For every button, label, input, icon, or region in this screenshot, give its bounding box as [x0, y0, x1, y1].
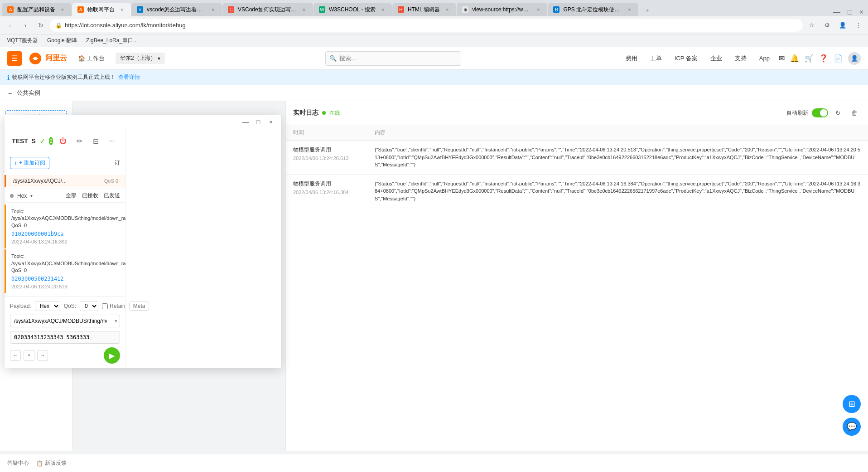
extensions-button[interactable]: ⚙ [821, 19, 834, 32]
payload-label: Payload: [10, 303, 31, 309]
modal-minimize-button[interactable]: — [241, 117, 250, 127]
hamburger-menu-button[interactable]: ☰ [7, 51, 22, 66]
qos-select[interactable]: 0 [80, 301, 98, 311]
profile-button[interactable]: 👤 [836, 19, 849, 32]
tab-favicon-4: C [228, 6, 234, 13]
payload-format-select[interactable]: Hex [35, 301, 60, 311]
device-list-item[interactable]: /sys/a1XxwyxAQCJ/... QoS 0 [5, 175, 125, 187]
edit-button[interactable]: ✏ [73, 135, 86, 147]
tab-7[interactable]: ⊕ view-source:https://www... × [457, 3, 547, 16]
tab-4[interactable]: C VSCode如何实现边写边... × [222, 3, 313, 16]
nav-fee[interactable]: 费用 [622, 53, 641, 64]
tab-5[interactable]: W W3SCHOOL - 搜索 × [313, 3, 392, 16]
region-selector[interactable]: 华东2（上海） ▾ [116, 53, 165, 64]
topic-chevron-icon[interactable]: ▾ [115, 318, 117, 324]
nav-current-button[interactable]: • [24, 350, 34, 361]
power-button[interactable]: ⏻ [57, 135, 69, 147]
ssl-icon: 🔒 [55, 22, 62, 29]
nav-next-button[interactable]: → [37, 350, 48, 361]
more-options-button[interactable]: ··· [106, 135, 118, 147]
device-header: TEST_S ✓ 2 ⏻ ✏ ⊟ ··· [5, 129, 125, 153]
nav-prev-button[interactable]: ← [10, 350, 21, 361]
settings-button[interactable]: ⊟ [89, 135, 102, 147]
filter-all[interactable]: 全部 [66, 192, 77, 200]
breadcrumb-bar: ← 公共实例 [0, 85, 868, 101]
tab-close-8[interactable]: × [626, 6, 633, 13]
main-area: 新建分组 V01... AQ... — □ × [0, 101, 868, 451]
publish-topic-row: ▾ [10, 315, 120, 327]
tab-close-6[interactable]: × [444, 6, 451, 13]
tab-close-4[interactable]: × [300, 6, 308, 13]
tab-6[interactable]: H HTML 编辑器 × [392, 3, 457, 16]
announcement-link[interactable]: 查看详情 [118, 73, 140, 81]
search-input[interactable] [339, 55, 457, 62]
modal-body: TEST_S ✓ 2 ⏻ ✏ ⊟ ··· [5, 129, 281, 368]
forward-button[interactable]: › [19, 19, 32, 32]
tab-title-2: 物联网平台 [87, 6, 115, 14]
help-icon[interactable]: ❓ [819, 54, 828, 63]
tab-close-7[interactable]: × [535, 6, 542, 13]
breadcrumb-text: 公共实例 [17, 89, 40, 97]
add-subscription-button[interactable]: + + 添加订阅 [10, 157, 49, 169]
status-dot [10, 194, 14, 198]
header-search[interactable]: 🔍 [325, 51, 461, 66]
hex-label: Hex [17, 193, 27, 199]
minimize-browser-btn[interactable]: — [830, 8, 843, 16]
modal-close-button[interactable]: × [266, 117, 275, 127]
message-payload-2: 0203000500231412 [11, 276, 120, 282]
filter-tabs: 全部 已接收 已发送 [66, 192, 120, 200]
send-button[interactable]: ▶ [104, 347, 120, 364]
bookmark-star-button[interactable]: ☆ [805, 19, 818, 32]
close-browser-btn[interactable]: × [857, 8, 866, 16]
tab-2[interactable]: A 物联网平台 × [72, 3, 131, 16]
bottom-qa-center[interactable]: 答疑中心 [7, 459, 29, 467]
address-bar[interactable]: 🔒 https://iot.console.aliyun.com/lk/moni… [50, 19, 803, 32]
message-item-1[interactable]: Topic: /sys/a1XxwyxAQCJ/MODBUS/thing/mod… [5, 204, 125, 248]
bell-icon[interactable]: 🔔 [790, 54, 799, 63]
bookmark-mqtt[interactable]: MQTT服务器 [4, 36, 41, 45]
docs-icon[interactable]: 📄 [834, 54, 843, 63]
new-tab-button[interactable]: + [641, 4, 653, 16]
message-topic-1: Topic: /sys/a1XxwyxAQCJ/MODBUS/thing/mod… [11, 208, 120, 229]
tab-close-5[interactable]: × [379, 6, 386, 13]
aliyun-logo-icon [29, 52, 42, 65]
aliyun-logo: 阿里云 [29, 52, 67, 65]
nav-enterprise[interactable]: 企业 [707, 53, 726, 64]
nav-app[interactable]: App [756, 53, 773, 63]
nav-workbench[interactable]: 🏠 工作台 [74, 53, 108, 64]
bookmark-translate-label: Google 翻译 [47, 37, 77, 44]
modal-right-panel [126, 129, 281, 368]
modal-maximize-button[interactable]: □ [254, 117, 263, 127]
user-avatar[interactable]: 👤 [848, 52, 861, 65]
filter-received[interactable]: 已接收 [82, 192, 98, 200]
filter-sent[interactable]: 已发送 [104, 192, 120, 200]
retain-checkbox[interactable]: Retain [102, 303, 125, 309]
nav-ticket[interactable]: 工单 [646, 53, 665, 64]
bookmark-translate[interactable]: Google 翻译 [44, 36, 80, 45]
hex-chevron-icon[interactable]: ▾ [30, 193, 33, 198]
tab-1[interactable]: A 配置产品和设备 × [2, 3, 72, 16]
message-item-2[interactable]: Topic: /sys/a1XxwyxAQCJ/MODBUS/thing/mod… [5, 249, 125, 293]
modal-overlay: — □ × TEST_S ✓ 2 ⏻ ✏ [0, 101, 868, 451]
tab-8[interactable]: B GPS 北斗定位模块使用说... × [548, 3, 638, 16]
tab-close-3[interactable]: × [209, 6, 217, 13]
maximize-browser-btn[interactable]: □ [845, 8, 855, 16]
publish-topic-input[interactable] [10, 315, 120, 327]
bottom-new-feedback[interactable]: 📋 新版反馈 [36, 459, 67, 467]
reload-button[interactable]: ↻ [34, 19, 47, 32]
tab-close-1[interactable]: × [59, 6, 66, 13]
retain-input[interactable] [102, 303, 108, 309]
info-icon: ℹ [7, 74, 10, 81]
bookmark-zigbee[interactable]: ZigBee_LoRa_串口... [83, 36, 140, 45]
modal-titlebar: — □ × [5, 115, 281, 129]
cart-icon[interactable]: 🛒 [805, 54, 814, 63]
message-icon[interactable]: ✉ [779, 54, 785, 63]
back-button[interactable]: ‹ [4, 19, 16, 32]
more-button[interactable]: ⋮ [852, 19, 864, 32]
tab-3[interactable]: V vscode怎么边写边看效果 × [131, 3, 222, 16]
nav-icp[interactable]: ICP 备案 [671, 53, 701, 64]
publish-payload-input[interactable] [10, 331, 120, 344]
back-arrow-icon[interactable]: ← [7, 90, 13, 97]
tab-close-2[interactable]: × [118, 6, 125, 13]
nav-support[interactable]: 支持 [731, 53, 750, 64]
